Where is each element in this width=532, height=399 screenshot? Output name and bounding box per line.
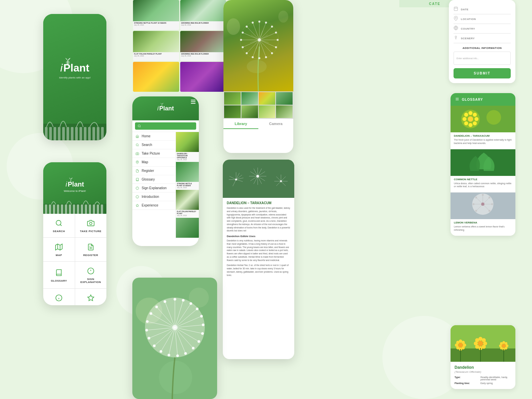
glossary-nettle-content: COMMON NETTLE Urtica dioica, often calle…	[451, 176, 515, 190]
svg-line-72	[259, 40, 272, 53]
additional-info-input[interactable]: Enter additional info...	[454, 52, 511, 65]
svg-point-69	[277, 39, 279, 41]
glossary-item-nettle[interactable]: COMMON NETTLE Urtica dioica, often calle…	[451, 149, 515, 193]
svg-point-182	[164, 300, 166, 303]
menu-take-picture[interactable]: TAKE PICTURE	[75, 214, 107, 237]
svg-point-178	[150, 312, 152, 315]
svg-point-156	[201, 332, 204, 335]
svg-line-64	[259, 27, 272, 40]
date-icon	[454, 6, 458, 12]
nav-sidebar: Home Search Take Picture Map Register Gl…	[132, 132, 176, 238]
svg-point-183	[172, 325, 178, 330]
svg-point-87	[242, 32, 244, 34]
svg-point-48	[136, 144, 138, 146]
svg-point-166	[168, 354, 170, 356]
svg-point-197	[464, 113, 468, 117]
nav-home[interactable]: Home	[132, 132, 176, 141]
svg-point-158	[198, 340, 200, 343]
glossary-nettle-img	[451, 149, 515, 176]
thumb-6[interactable]	[241, 105, 258, 118]
svg-point-160	[192, 347, 195, 349]
glossary-item-dandelion[interactable]: DANDELION – TARAXACUM The fresh juice of…	[451, 106, 515, 149]
plant-list-item-3[interactable]: FLAT ITALIAN PARSLEY PLANT July 26, 2016	[176, 190, 199, 217]
svg-point-209	[488, 210, 490, 212]
svg-point-227	[458, 343, 463, 347]
svg-point-195	[464, 121, 468, 125]
plant-card-name: Dandelion	[455, 365, 511, 370]
svg-rect-187	[451, 106, 515, 132]
menu-introduction[interactable]: INTRODUCTION	[43, 289, 75, 305]
menu-glossary[interactable]: GLOSSARY	[43, 262, 75, 288]
menu-register[interactable]: REGISTER	[75, 238, 107, 261]
svg-rect-32	[97, 204, 99, 214]
svg-point-150	[196, 308, 199, 310]
nav-sign-explanation[interactable]: Sign Explanation	[132, 184, 176, 193]
svg-point-57	[278, 11, 288, 23]
menu-sign-explanation[interactable]: SIGN EXPLANATION	[75, 262, 107, 288]
sign-icon	[86, 266, 95, 276]
nav-register[interactable]: Register	[132, 167, 176, 175]
svg-rect-11	[88, 127, 91, 140]
detail-tea-text: Dandelion Herbal Tea: 2 oz. of the dried…	[227, 264, 290, 277]
tab-camera[interactable]: Camera	[258, 119, 293, 129]
svg-line-80	[247, 40, 259, 53]
svg-point-91	[252, 22, 254, 24]
nav-take-picture[interactable]: Take Picture	[132, 149, 176, 158]
phone-content: Home Search Take Picture Map Register Gl…	[132, 132, 199, 238]
svg-rect-3	[54, 127, 56, 140]
plant-list-item-4[interactable]	[176, 218, 199, 238]
nav-glossary[interactable]: Glossary	[132, 175, 176, 184]
svg-point-50	[137, 161, 138, 162]
menu-search-label: SEARCH	[53, 230, 65, 233]
svg-rect-23	[61, 204, 63, 214]
svg-point-63	[265, 22, 267, 24]
svg-rect-1	[45, 127, 48, 140]
thumb-3[interactable]	[259, 92, 275, 105]
thumb-5[interactable]	[224, 105, 241, 118]
glossary-item-lemon[interactable]: LEMON VERBENA Lemon verbena offers a swe…	[451, 193, 515, 236]
nav-experience[interactable]: Experience	[132, 201, 176, 210]
welcome-label: Welcome to iPlant!	[64, 190, 86, 193]
form-field-date: DATE	[454, 5, 511, 14]
grid-item-1: STINGING NETTLE PLANT 10 SEEDS July 26, …	[133, 0, 179, 30]
scenery-icon	[454, 35, 458, 41]
thumb-8[interactable]	[276, 105, 293, 118]
form-field-country: COUNTRY	[454, 24, 511, 34]
phone-welcome: i Plant Welcome to iPlant!	[43, 162, 106, 305]
svg-rect-14	[101, 127, 104, 140]
svg-point-170	[153, 344, 156, 347]
thumb-4[interactable]	[276, 92, 293, 105]
glossary-panel: GLOSSARY	[451, 93, 515, 236]
menu-glossary-label: GLOSSARY	[51, 279, 67, 282]
grid-item-4: GROWING BEE BALM FLOWER July 26, 2016	[180, 31, 226, 61]
submit-button[interactable]: SUBMIT	[454, 68, 511, 78]
svg-point-215	[475, 197, 477, 199]
plant-list-item-1[interactable]: DANDELION – TARAXACUM OFFICINALE July 26…	[176, 132, 199, 161]
menu-experience-label: EXPERIENCE	[81, 305, 100, 305]
svg-point-144	[174, 298, 176, 301]
menu-map[interactable]: MAP	[43, 238, 75, 261]
menu-experience[interactable]: EXPERIENCE	[75, 289, 107, 305]
nav-map[interactable]: Map	[132, 158, 176, 167]
hamburger-menu[interactable]	[191, 100, 196, 104]
grid-item-2: GROWING BEE BALM FLOWER July 26, 2016	[180, 0, 226, 30]
menu-search[interactable]: SEARCH	[43, 214, 75, 237]
thumb-1[interactable]	[224, 92, 241, 105]
svg-rect-99	[454, 7, 458, 10]
svg-point-193	[473, 121, 477, 125]
svg-point-81	[246, 52, 248, 54]
tab-library[interactable]: Library	[223, 119, 258, 129]
thumb-7[interactable]	[259, 105, 275, 118]
nav-search[interactable]: Search	[132, 141, 176, 149]
camera-screen: Library Camera	[223, 0, 293, 153]
svg-rect-31	[93, 204, 95, 214]
edible-uses-text: Dandelion is very nutritious, having mor…	[227, 239, 290, 262]
svg-rect-21	[53, 204, 55, 214]
grid-item-3: FLAT ITALIAN PARSLEY PLANT July 26, 2016	[133, 31, 179, 61]
svg-rect-2	[49, 127, 52, 140]
thumb-2[interactable]	[241, 92, 258, 105]
plant-list-item-2[interactable]: STINGING NETTLE PLANT 10 SEEDS July 26, …	[176, 162, 199, 189]
svg-point-239	[506, 344, 508, 347]
nav-introduction[interactable]: Introduction	[132, 193, 176, 201]
svg-point-148	[190, 302, 192, 305]
